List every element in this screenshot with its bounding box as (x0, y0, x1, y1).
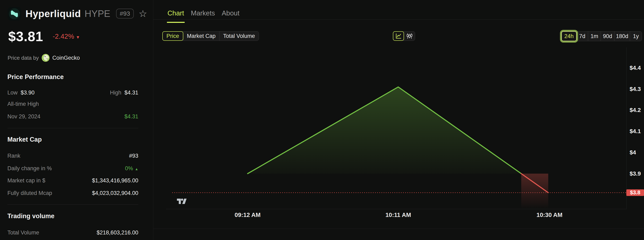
provider-name: CoinGecko (52, 55, 80, 61)
section-title-price-performance: Price Performance (8, 73, 64, 81)
x-axis-tick: 10:30 AM (533, 212, 566, 218)
row-value: $218,603,216.00 (96, 229, 138, 236)
row-value: #93 (129, 153, 138, 159)
row-value: 0%▲ (125, 165, 138, 172)
divider (8, 128, 138, 128)
chart-type-toggle-group (393, 31, 415, 41)
price-change: -2.42%▼ (52, 33, 80, 40)
y-axis-tick: $4.1 (630, 128, 644, 135)
coin-symbol: HYPE (85, 8, 110, 19)
metric-toggle-group: PriceMarket CapTotal Volume (162, 31, 259, 41)
low-high-row: Low$3.90 High$4.31 (8, 88, 138, 97)
hyperliquid-logo-icon (8, 7, 21, 21)
y-axis-tick: $4.3 (630, 86, 644, 92)
ath-label-row: All-time High (8, 100, 138, 108)
ath-value-row: Nov 29, 2024 $4.31 (8, 112, 138, 121)
range-button-24h[interactable]: 24h (562, 31, 576, 41)
tab-chart[interactable]: Chart (168, 9, 184, 18)
metric-button-market-cap[interactable]: Market Cap (183, 32, 220, 41)
current-price-flag: $3.8 (626, 189, 644, 196)
x-axis-line (166, 209, 626, 209)
row-value: $4,023,032,904.00 (92, 190, 138, 196)
y-axis-tick: $4.2 (630, 107, 644, 113)
range-button-180d[interactable]: 180d (614, 32, 630, 41)
y-axis-tick: $4 (630, 149, 644, 156)
high-value: $4.31 (124, 89, 138, 96)
ath-value: $4.31 (124, 113, 138, 120)
metric-button-total-volume[interactable]: Total Volume (219, 32, 259, 41)
y-axis-tick: $4.4 (630, 65, 644, 71)
row-value: $1,343,416,965.00 (92, 177, 138, 184)
price-row: $3.81 -2.42%▼ (8, 29, 80, 44)
tab-bar: ChartMarketsAbout (168, 9, 240, 18)
coin-sidebar: Hyperliquid HYPE #93 ☆ $3.81 -2.42%▼ Pri… (0, 0, 153, 240)
ath-date: Nov 29, 2024 (8, 113, 40, 120)
section-title-trading-volume: Trading volume (8, 212, 54, 220)
range-button-90d[interactable]: 90d (601, 32, 614, 41)
star-icon[interactable]: ☆ (139, 9, 147, 18)
row-label: Daily change in % (8, 165, 52, 172)
coin-title-row: Hyperliquid HYPE #93 ☆ (26, 8, 147, 19)
tradingview-logo-icon[interactable] (177, 198, 187, 206)
table-row: Rank#93 (8, 152, 138, 160)
row-label: Rank (8, 153, 20, 159)
section-divider (153, 229, 644, 229)
chart-panel: ChartMarketsAbout PriceMarket CapTotal V… (153, 0, 644, 240)
high-label: High (110, 89, 122, 96)
provider-prefix: Price data by (8, 55, 39, 61)
row-label: Market cap in $ (8, 177, 46, 184)
time-range-group: 24h7d1m90d180d1y (562, 31, 642, 41)
table-row: Market cap in $$1,343,416,965.00 (8, 176, 138, 185)
x-axis-tick: 10:11 AM (382, 212, 415, 218)
coingecko-icon (42, 54, 50, 62)
down-triangle-icon: ▼ (76, 35, 80, 40)
tab-about[interactable]: About (222, 9, 240, 18)
low-value: $3.90 (21, 89, 35, 96)
range-button-1m[interactable]: 1m (588, 32, 601, 41)
x-axis-tick: 09:12 AM (231, 212, 264, 218)
section-title-market-cap: Market Cap (8, 136, 42, 143)
current-price: $3.81 (8, 29, 43, 44)
tab-divider (153, 19, 644, 20)
line-chart-icon[interactable] (393, 31, 404, 41)
y-axis-tick: $3.9 (630, 170, 644, 177)
table-row: Daily change in %0%▲ (8, 164, 138, 173)
low-label: Low (8, 89, 18, 96)
y-axis-line (626, 47, 626, 209)
coin-name: Hyperliquid (26, 8, 81, 19)
up-triangle-icon: ▲ (135, 167, 138, 171)
table-row: Fully diluted Mcap$4,023,032,904.00 (8, 189, 138, 197)
provider-attribution: Price data by CoinGecko (8, 54, 80, 62)
candlestick-chart-icon[interactable] (404, 32, 415, 41)
price-chart[interactable] (172, 47, 626, 209)
divider (8, 204, 138, 205)
metric-button-price[interactable]: Price (162, 31, 183, 41)
table-row: Total Volume$218,603,216.00 (8, 228, 138, 237)
area-fill-up (248, 87, 521, 174)
tab-markets[interactable]: Markets (191, 9, 215, 18)
row-label: Total Volume (8, 229, 39, 236)
row-label: Fully diluted Mcap (8, 190, 52, 196)
area-fill-down (521, 174, 548, 209)
ath-label: All-time High (8, 101, 39, 107)
rank-badge: #93 (116, 9, 134, 19)
range-button-7d[interactable]: 7d (576, 32, 588, 41)
range-button-1y[interactable]: 1y (630, 32, 642, 41)
